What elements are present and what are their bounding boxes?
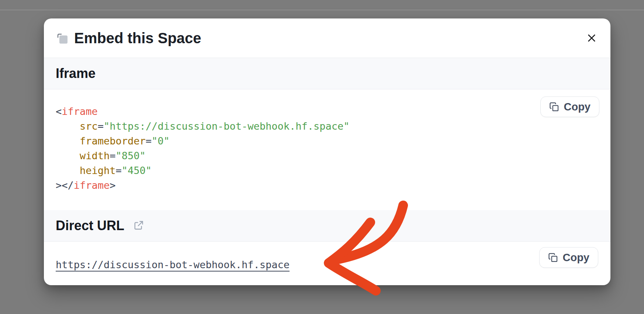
direct-url-link[interactable]: https://discussion-bot-webhook.hf.space [56,259,290,270]
embed-space-modal: Embed this Space Iframe <iframe src="htt… [44,18,610,285]
close-button[interactable] [583,30,600,47]
copy-icon [549,102,559,112]
close-icon [585,32,598,44]
external-link-icon [134,220,144,232]
background-page-divider [0,10,644,10]
copy-iframe-button[interactable]: Copy [540,96,600,117]
modal-title: Embed this Space [74,30,201,47]
copy-icon [548,253,558,263]
modal-header: Embed this Space [44,18,610,58]
iframe-embed-code: <iframe src="https://discussion-bot-webh… [44,89,610,193]
code-line: ></iframe> [56,178,599,193]
direct-url-row: https://discussion-bot-webhook.hf.space … [44,242,610,285]
iframe-section-heading: Iframe [56,66,96,81]
direct-url-heading: Direct URL [56,218,124,233]
direct-url-section-header: Direct URL [44,210,610,242]
copy-icon [56,32,68,44]
copy-url-button[interactable]: Copy [539,247,599,268]
iframe-section-header: Iframe [44,58,610,89]
code-line: frameborder="0" [56,134,599,149]
code-line: width="850" [56,149,599,163]
code-line: <iframe [56,104,599,119]
copy-button-label: Copy [563,252,590,264]
copy-button-label: Copy [564,101,591,113]
code-line: src="https://discussion-bot-webhook.hf.s… [56,119,599,134]
code-line: height="450" [56,163,599,178]
iframe-code-section: <iframe src="https://discussion-bot-webh… [44,89,610,210]
